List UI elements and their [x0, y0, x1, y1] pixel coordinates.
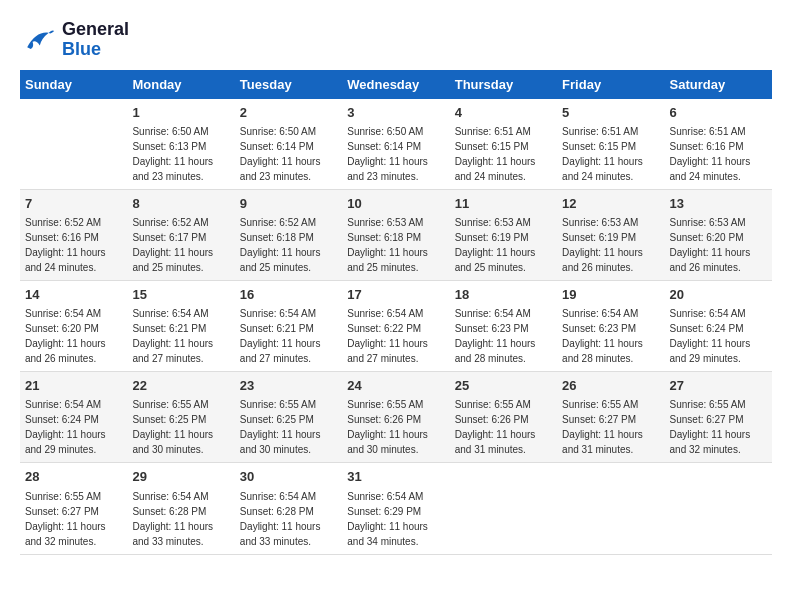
- calendar-cell: 2Sunrise: 6:50 AMSunset: 6:14 PMDaylight…: [235, 99, 342, 190]
- calendar-cell: 22Sunrise: 6:55 AMSunset: 6:25 PMDayligh…: [127, 372, 234, 463]
- weekday-header: Tuesday: [235, 70, 342, 99]
- day-number: 28: [25, 468, 122, 486]
- calendar-cell: 26Sunrise: 6:55 AMSunset: 6:27 PMDayligh…: [557, 372, 664, 463]
- cell-info: Sunrise: 6:55 AMSunset: 6:26 PMDaylight:…: [455, 399, 536, 455]
- calendar-cell: 14Sunrise: 6:54 AMSunset: 6:20 PMDayligh…: [20, 280, 127, 371]
- day-number: 22: [132, 377, 229, 395]
- cell-info: Sunrise: 6:53 AMSunset: 6:19 PMDaylight:…: [562, 217, 643, 273]
- calendar-week-row: 28Sunrise: 6:55 AMSunset: 6:27 PMDayligh…: [20, 463, 772, 554]
- cell-info: Sunrise: 6:53 AMSunset: 6:18 PMDaylight:…: [347, 217, 428, 273]
- calendar-cell: 31Sunrise: 6:54 AMSunset: 6:29 PMDayligh…: [342, 463, 449, 554]
- calendar-cell: 5Sunrise: 6:51 AMSunset: 6:15 PMDaylight…: [557, 99, 664, 190]
- logo-text: General Blue: [62, 20, 129, 60]
- day-number: 31: [347, 468, 444, 486]
- day-number: 13: [670, 195, 767, 213]
- calendar-cell: 15Sunrise: 6:54 AMSunset: 6:21 PMDayligh…: [127, 280, 234, 371]
- cell-info: Sunrise: 6:54 AMSunset: 6:23 PMDaylight:…: [562, 308, 643, 364]
- weekday-header: Saturday: [665, 70, 772, 99]
- cell-info: Sunrise: 6:55 AMSunset: 6:25 PMDaylight:…: [132, 399, 213, 455]
- calendar-cell: 10Sunrise: 6:53 AMSunset: 6:18 PMDayligh…: [342, 189, 449, 280]
- weekday-header: Monday: [127, 70, 234, 99]
- day-number: 3: [347, 104, 444, 122]
- calendar-cell: 9Sunrise: 6:52 AMSunset: 6:18 PMDaylight…: [235, 189, 342, 280]
- calendar-cell: 13Sunrise: 6:53 AMSunset: 6:20 PMDayligh…: [665, 189, 772, 280]
- day-number: 16: [240, 286, 337, 304]
- calendar-cell: 18Sunrise: 6:54 AMSunset: 6:23 PMDayligh…: [450, 280, 557, 371]
- day-number: 7: [25, 195, 122, 213]
- weekday-header: Wednesday: [342, 70, 449, 99]
- cell-info: Sunrise: 6:54 AMSunset: 6:24 PMDaylight:…: [25, 399, 106, 455]
- cell-info: Sunrise: 6:52 AMSunset: 6:17 PMDaylight:…: [132, 217, 213, 273]
- cell-info: Sunrise: 6:54 AMSunset: 6:24 PMDaylight:…: [670, 308, 751, 364]
- calendar-cell: 12Sunrise: 6:53 AMSunset: 6:19 PMDayligh…: [557, 189, 664, 280]
- calendar-cell: 28Sunrise: 6:55 AMSunset: 6:27 PMDayligh…: [20, 463, 127, 554]
- calendar-cell: 21Sunrise: 6:54 AMSunset: 6:24 PMDayligh…: [20, 372, 127, 463]
- calendar-cell: 4Sunrise: 6:51 AMSunset: 6:15 PMDaylight…: [450, 99, 557, 190]
- day-number: 5: [562, 104, 659, 122]
- calendar-cell: 8Sunrise: 6:52 AMSunset: 6:17 PMDaylight…: [127, 189, 234, 280]
- weekday-header: Friday: [557, 70, 664, 99]
- day-number: 9: [240, 195, 337, 213]
- cell-info: Sunrise: 6:52 AMSunset: 6:18 PMDaylight:…: [240, 217, 321, 273]
- cell-info: Sunrise: 6:55 AMSunset: 6:25 PMDaylight:…: [240, 399, 321, 455]
- calendar-table: SundayMondayTuesdayWednesdayThursdayFrid…: [20, 70, 772, 555]
- cell-info: Sunrise: 6:53 AMSunset: 6:20 PMDaylight:…: [670, 217, 751, 273]
- calendar-cell: 1Sunrise: 6:50 AMSunset: 6:13 PMDaylight…: [127, 99, 234, 190]
- calendar-cell: 11Sunrise: 6:53 AMSunset: 6:19 PMDayligh…: [450, 189, 557, 280]
- day-number: 14: [25, 286, 122, 304]
- cell-info: Sunrise: 6:50 AMSunset: 6:14 PMDaylight:…: [240, 126, 321, 182]
- day-number: 27: [670, 377, 767, 395]
- calendar-cell: 20Sunrise: 6:54 AMSunset: 6:24 PMDayligh…: [665, 280, 772, 371]
- day-number: 6: [670, 104, 767, 122]
- day-number: 12: [562, 195, 659, 213]
- cell-info: Sunrise: 6:51 AMSunset: 6:15 PMDaylight:…: [562, 126, 643, 182]
- calendar-cell: [665, 463, 772, 554]
- calendar-week-row: 21Sunrise: 6:54 AMSunset: 6:24 PMDayligh…: [20, 372, 772, 463]
- calendar-cell: [450, 463, 557, 554]
- calendar-cell: [557, 463, 664, 554]
- cell-info: Sunrise: 6:51 AMSunset: 6:16 PMDaylight:…: [670, 126, 751, 182]
- cell-info: Sunrise: 6:52 AMSunset: 6:16 PMDaylight:…: [25, 217, 106, 273]
- calendar-week-row: 1Sunrise: 6:50 AMSunset: 6:13 PMDaylight…: [20, 99, 772, 190]
- calendar-cell: 27Sunrise: 6:55 AMSunset: 6:27 PMDayligh…: [665, 372, 772, 463]
- day-number: 19: [562, 286, 659, 304]
- calendar-cell: 24Sunrise: 6:55 AMSunset: 6:26 PMDayligh…: [342, 372, 449, 463]
- day-number: 20: [670, 286, 767, 304]
- day-number: 23: [240, 377, 337, 395]
- calendar-cell: 17Sunrise: 6:54 AMSunset: 6:22 PMDayligh…: [342, 280, 449, 371]
- calendar-week-row: 7Sunrise: 6:52 AMSunset: 6:16 PMDaylight…: [20, 189, 772, 280]
- day-number: 17: [347, 286, 444, 304]
- calendar-cell: 25Sunrise: 6:55 AMSunset: 6:26 PMDayligh…: [450, 372, 557, 463]
- calendar-cell: 7Sunrise: 6:52 AMSunset: 6:16 PMDaylight…: [20, 189, 127, 280]
- cell-info: Sunrise: 6:54 AMSunset: 6:21 PMDaylight:…: [132, 308, 213, 364]
- cell-info: Sunrise: 6:54 AMSunset: 6:22 PMDaylight:…: [347, 308, 428, 364]
- cell-info: Sunrise: 6:54 AMSunset: 6:21 PMDaylight:…: [240, 308, 321, 364]
- day-number: 25: [455, 377, 552, 395]
- weekday-header: Sunday: [20, 70, 127, 99]
- cell-info: Sunrise: 6:54 AMSunset: 6:20 PMDaylight:…: [25, 308, 106, 364]
- day-number: 29: [132, 468, 229, 486]
- calendar-cell: 30Sunrise: 6:54 AMSunset: 6:28 PMDayligh…: [235, 463, 342, 554]
- calendar-cell: 29Sunrise: 6:54 AMSunset: 6:28 PMDayligh…: [127, 463, 234, 554]
- day-number: 4: [455, 104, 552, 122]
- day-number: 21: [25, 377, 122, 395]
- cell-info: Sunrise: 6:54 AMSunset: 6:28 PMDaylight:…: [132, 491, 213, 547]
- cell-info: Sunrise: 6:55 AMSunset: 6:26 PMDaylight:…: [347, 399, 428, 455]
- cell-info: Sunrise: 6:54 AMSunset: 6:28 PMDaylight:…: [240, 491, 321, 547]
- cell-info: Sunrise: 6:54 AMSunset: 6:23 PMDaylight:…: [455, 308, 536, 364]
- calendar-cell: 6Sunrise: 6:51 AMSunset: 6:16 PMDaylight…: [665, 99, 772, 190]
- day-number: 24: [347, 377, 444, 395]
- day-number: 1: [132, 104, 229, 122]
- calendar-cell: 3Sunrise: 6:50 AMSunset: 6:14 PMDaylight…: [342, 99, 449, 190]
- calendar-cell: 19Sunrise: 6:54 AMSunset: 6:23 PMDayligh…: [557, 280, 664, 371]
- cell-info: Sunrise: 6:53 AMSunset: 6:19 PMDaylight:…: [455, 217, 536, 273]
- day-number: 18: [455, 286, 552, 304]
- cell-info: Sunrise: 6:50 AMSunset: 6:13 PMDaylight:…: [132, 126, 213, 182]
- calendar-cell: 23Sunrise: 6:55 AMSunset: 6:25 PMDayligh…: [235, 372, 342, 463]
- cell-info: Sunrise: 6:55 AMSunset: 6:27 PMDaylight:…: [562, 399, 643, 455]
- day-number: 15: [132, 286, 229, 304]
- calendar-week-row: 14Sunrise: 6:54 AMSunset: 6:20 PMDayligh…: [20, 280, 772, 371]
- day-number: 30: [240, 468, 337, 486]
- logo-icon: [20, 22, 56, 58]
- calendar-cell: [20, 99, 127, 190]
